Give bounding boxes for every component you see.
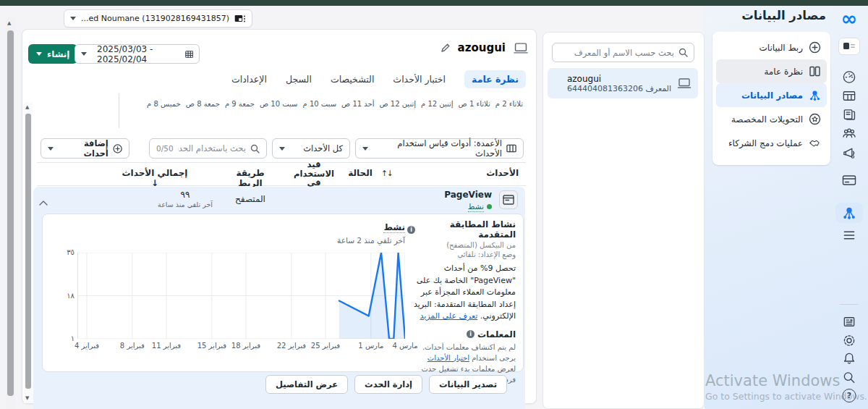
events-manager-screen: ▲ ...ed Noumane (1319028169431857) مصادر… <box>0 0 868 409</box>
tab-history[interactable]: السجل <box>286 70 312 88</box>
pixel-name: azougui <box>567 74 671 84</box>
sidebar-item-custom-conversions[interactable]: التحويلات المخصصة <box>716 107 827 131</box>
chevron-down-icon <box>36 52 42 56</box>
pixel-search-box[interactable] <box>552 43 694 62</box>
matching-body: تحصل 9% من أحداث "PageView" الخاصة بك عل… <box>407 263 516 323</box>
tab-settings[interactable]: الإعدادات <box>231 70 267 88</box>
tab-diagnostics[interactable]: التشخيصات <box>331 70 374 88</box>
business-switcher-icon <box>234 14 246 23</box>
column-header-total-events[interactable]: إجمالي الأحداث ↓ <box>122 168 188 188</box>
sidebar-item-data-sources[interactable]: مصادر البيانات <box>716 83 827 107</box>
scroll-up-icon[interactable]: ▲ <box>7 20 11 26</box>
manage-event-button[interactable]: إدارة الحدث <box>354 375 422 394</box>
pixel-search-input[interactable] <box>558 48 674 58</box>
tab-overview[interactable]: نظرة عامة <box>464 70 526 88</box>
sidebar-nav: ربط البيانات نظرة عامة مصادر البيانات ال… <box>712 32 830 165</box>
sidebar-item-connect-data[interactable]: ربط البيانات <box>716 35 827 59</box>
page-scrollbar[interactable]: ▲ <box>6 17 15 409</box>
matching-info-column: نشاط المطابقة المتقدمةi من البيكسل (المت… <box>407 219 516 385</box>
create-button-label: إنشاء <box>47 49 69 59</box>
timeline-label: جمعة 8 ص <box>186 100 220 108</box>
sidebar-item-label: عمليات دمج الشركاء <box>728 138 803 148</box>
audiences-icon[interactable] <box>841 126 857 141</box>
inner-scrollbar-thumb[interactable] <box>25 114 31 389</box>
pixel-list-item-selected[interactable]: azougui المعرف 644404081363206 <box>548 68 698 98</box>
scroll-down-icon[interactable]: ▼ <box>25 395 29 401</box>
page-scrollbar-thumb[interactable] <box>7 30 14 396</box>
rail-data-sources-selected[interactable] <box>835 203 863 223</box>
dashboard-gauge-icon[interactable] <box>842 69 857 85</box>
timeline-label: جمعة 9 م <box>225 100 255 108</box>
scroll-up-icon[interactable]: ▲ <box>25 104 29 110</box>
chart-status-subtitle: آخر تلقي منذ 2 ساعة <box>337 236 405 245</box>
column-header-status[interactable]: الحالة <box>342 168 378 178</box>
sidebar-item-label: مصادر البيانات <box>741 90 803 101</box>
timeline-label: خميس 8 م <box>147 100 181 108</box>
updates-icon[interactable] <box>842 314 857 329</box>
pixel-id-line: المعرف 644404081363206 <box>567 84 671 93</box>
learn-more-link[interactable]: تعرف على المزيد <box>420 311 477 321</box>
activity-timeline: ثلاثاء 2 م ثلاثاء 1 ص إثنين 12 م إثنين 1… <box>147 100 523 108</box>
sidebar-item-overview[interactable]: نظرة عامة <box>716 59 827 83</box>
billing-card-icon[interactable] <box>841 173 857 187</box>
column-header-method[interactable]: طريقة الربط <box>227 168 273 188</box>
ads-megaphone-icon[interactable] <box>841 146 857 161</box>
activate-windows-watermark: Activate Windows Go to Settings to activ… <box>705 372 867 402</box>
chart-status-title: نشط <box>383 222 405 233</box>
edit-pencil-icon[interactable] <box>441 43 451 53</box>
matching-mode: وضع الإعداد: تلقائي <box>407 250 516 258</box>
business-avatar[interactable] <box>838 38 860 55</box>
sidebar-item-label: التحويلات المخصصة <box>731 114 803 125</box>
export-data-button[interactable]: تصدير البيانات <box>429 375 507 394</box>
table-divider <box>37 162 526 163</box>
create-button[interactable]: إنشاء <box>28 44 77 64</box>
event-search-box[interactable]: 0/50 <box>149 138 267 159</box>
event-status: نشط <box>468 202 492 212</box>
event-type-filter-label: كل الأحداث <box>303 143 343 153</box>
sidebar-item-partner-integrations[interactable]: عمليات دمج الشركاء <box>716 131 827 155</box>
info-icon[interactable]: i <box>407 226 415 234</box>
timeline-label: إثنين 12 ص <box>380 100 416 108</box>
inner-scrollbar[interactable]: ▲ ▼ <box>24 102 33 403</box>
star-circle-icon <box>809 113 821 125</box>
matching-source: من البيكسل (المتصفح) <box>407 241 516 249</box>
column-header-events[interactable]: الأحداث <box>486 168 519 178</box>
notifications-bell-icon[interactable] <box>842 351 857 366</box>
column-header-in-use[interactable]: قيد الاستخدام في <box>293 160 335 187</box>
account-selector[interactable]: ...ed Noumane (1319028169431857) <box>64 9 252 28</box>
view-details-button[interactable]: عرض التفاصيل <box>265 375 348 394</box>
event-search-input[interactable] <box>178 143 246 153</box>
rail-divider <box>840 304 859 305</box>
total-events-cell: ٩٩ <box>156 190 214 200</box>
meta-logo[interactable]: ∞ <box>841 9 858 28</box>
chevron-down-icon <box>362 147 368 151</box>
tab-test-events[interactable]: اختبار الأحداث <box>393 70 446 88</box>
add-events-button[interactable]: إضافة أحداث <box>41 138 129 159</box>
handshake-icon <box>809 137 821 149</box>
chevron-down-icon <box>81 52 87 56</box>
x-tick-label: فبراير 22 <box>272 342 311 350</box>
tab-bar: نظرة عامة اختبار الأحداث التشخيصات السجل… <box>231 70 526 88</box>
sidebar-item-label: ربط البيانات <box>759 43 803 53</box>
browser-top-strip <box>0 0 868 6</box>
info-icon[interactable]: i <box>467 330 475 338</box>
columns-dropdown-label: الأعمدة: أدوات قياس استخدام الأحداث <box>377 138 502 159</box>
sort-icon[interactable]: ↑↓ <box>381 169 393 177</box>
watermark-line2: Go to Settings to activate Windows. <box>705 391 867 402</box>
test-events-link[interactable]: اختبار الأحداث <box>427 354 469 362</box>
columns-dropdown[interactable]: الأعمدة: أدوات قياس استخدام الأحداث <box>355 138 524 159</box>
sidebar-item-label: نظرة عامة <box>764 67 803 77</box>
settings-gear-icon[interactable] <box>842 333 857 348</box>
all-tools-menu-icon[interactable] <box>842 229 857 242</box>
events-overview-card: ▲ ▼ azougui إنشاء 2025/03/03 - 2025/02/0… <box>22 29 537 404</box>
pages-icon[interactable] <box>842 107 857 122</box>
collapse-row-button[interactable] <box>39 195 48 208</box>
event-type-filter[interactable]: كل الأحداث <box>272 138 350 159</box>
table-icon[interactable] <box>842 88 857 104</box>
chart-status-block: نشط آخر تلقي منذ 2 ساعة <box>337 219 405 245</box>
status-label: نشط <box>468 202 484 212</box>
timeline-label: سبت 10 م <box>303 100 337 108</box>
date-range-picker[interactable]: 2025/03/03 - 2025/02/04 <box>75 44 200 64</box>
calendar-icon <box>185 49 193 59</box>
y-tick-label: ٣٥ <box>48 248 75 256</box>
